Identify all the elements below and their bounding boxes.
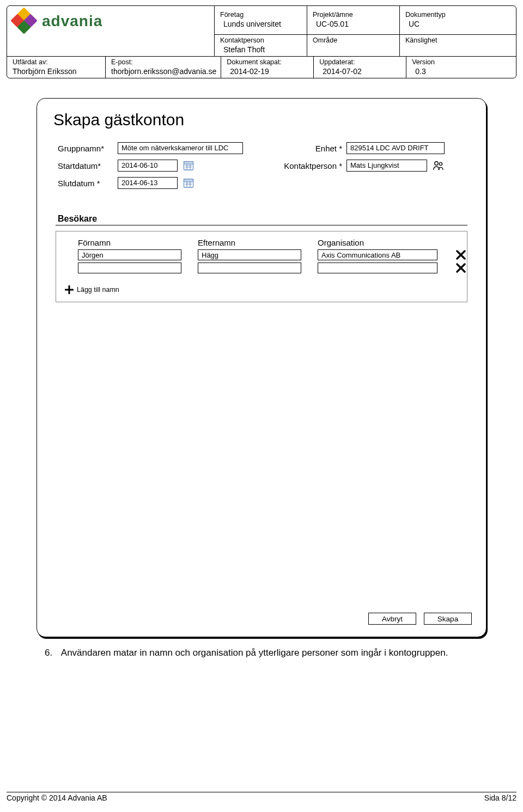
delete-row-button[interactable] xyxy=(454,263,468,273)
svg-point-7 xyxy=(439,163,442,166)
enddate-label: Slutdatum * xyxy=(58,179,118,188)
step-number: 6. xyxy=(45,647,59,660)
issued-by-value: Thorbjörn Eriksson xyxy=(13,67,101,77)
version-label: Version xyxy=(412,58,512,67)
contactperson-label: Kontaktperson * xyxy=(276,161,346,170)
startdate-input[interactable]: 2014-06-10 xyxy=(118,160,178,172)
contact-value: Stefan Thoft xyxy=(220,45,302,55)
email-label: E-post: xyxy=(111,58,216,67)
email-value: thorbjorn.eriksson@advania.se xyxy=(111,67,216,77)
project-value: UC-05.01 xyxy=(313,20,395,29)
updated-value: 2014-07-02 xyxy=(319,67,402,77)
add-visitor-label: Lägg till namn xyxy=(77,286,119,294)
unit-input[interactable]: 829514 LDC AVD DRIFT xyxy=(346,142,445,154)
cancel-button[interactable]: Avbryt xyxy=(368,613,416,625)
created-label: Dokument skapat: xyxy=(227,58,309,67)
doctype-label: Dokumenttyp xyxy=(405,11,512,20)
people-picker-icon[interactable] xyxy=(433,160,445,172)
col-last-label: Efternamn xyxy=(198,238,301,247)
calendar-icon[interactable] xyxy=(183,178,194,188)
sensitivity-label: Känslighet xyxy=(405,36,512,45)
contactperson-input[interactable]: Mats Ljungkvist xyxy=(346,160,427,172)
doctype-cell: Dokumenttyp UC xyxy=(399,6,516,34)
delete-row-button[interactable] xyxy=(454,250,468,260)
visitors-frame: Förnamn Efternamn Organisation Jörgen Hä… xyxy=(56,231,467,302)
svg-point-6 xyxy=(435,162,438,165)
area-label: Område xyxy=(313,36,395,45)
document-header: advania Företag Lunds universitet Projek… xyxy=(7,5,516,78)
area-cell: Område xyxy=(307,34,399,56)
updated-cell: Uppdaterat: 2014-07-02 xyxy=(313,56,406,78)
company-value: Lunds universitet xyxy=(220,20,302,29)
step-caption: 6. Användaren matar in namn och organisa… xyxy=(7,637,516,660)
visitor-last-input[interactable] xyxy=(198,262,301,273)
page-footer: Copyright © 2014 Advania AB Sida 8/12 xyxy=(7,792,516,802)
created-cell: Dokument skapat: 2014-02-19 xyxy=(221,56,313,78)
svg-rect-1 xyxy=(184,162,193,164)
form-title: Skapa gästkonton xyxy=(53,111,471,129)
col-first-label: Förnamn xyxy=(78,238,181,247)
groupname-label: Gruppnamn* xyxy=(58,144,118,153)
logo-cell: advania xyxy=(7,6,214,34)
enddate-input[interactable]: 2014-06-13 xyxy=(118,177,178,189)
contact-label: Kontaktperson xyxy=(220,36,302,45)
footer-page: Sida 8/12 xyxy=(484,793,516,802)
create-button[interactable]: Skapa xyxy=(424,613,472,625)
project-cell: Projekt/ämne UC-05.01 xyxy=(307,6,399,34)
company-label: Företag xyxy=(220,11,302,20)
doctype-value: UC xyxy=(405,20,512,29)
visitor-org-input[interactable] xyxy=(318,262,437,273)
email-cell: E-post: thorbjorn.eriksson@advania.se xyxy=(105,56,221,78)
updated-label: Uppdaterat: xyxy=(319,58,402,67)
version-cell: Version 0.3 xyxy=(406,56,516,78)
project-label: Projekt/ämne xyxy=(313,11,395,20)
unit-label: Enhet * xyxy=(276,144,346,153)
add-visitor-button[interactable]: Lägg till namn xyxy=(65,285,459,294)
svg-rect-9 xyxy=(184,179,193,181)
calendar-icon[interactable] xyxy=(183,160,194,171)
groupname-input[interactable]: Möte om nätverkskameror till LDC xyxy=(118,142,243,154)
issued-by-cell: Utfärdat av: Thorbjörn Eriksson xyxy=(7,56,105,78)
col-org-label: Organisation xyxy=(318,238,437,247)
company-cell: Företag Lunds universitet xyxy=(214,6,307,34)
visitors-heading: Besökare xyxy=(56,214,467,225)
contact-cell: Kontaktperson Stefan Thoft xyxy=(214,34,307,56)
created-value: 2014-02-19 xyxy=(227,67,309,77)
issued-by-label: Utfärdat av: xyxy=(13,58,101,67)
step-text: Användaren matar in namn och organisatio… xyxy=(61,648,448,658)
guest-account-form: Skapa gästkonton Gruppnamn* Möte om nätv… xyxy=(37,98,486,637)
sensitivity-cell: Känslighet xyxy=(399,34,516,56)
visitor-org-input[interactable]: Axis Communications AB xyxy=(318,249,437,260)
visitor-row: Jörgen Hägg Axis Communications AB xyxy=(78,249,459,260)
visitor-row xyxy=(78,262,459,273)
visitor-first-input[interactable]: Jörgen xyxy=(78,249,181,260)
version-value: 0.3 xyxy=(412,67,512,77)
footer-copyright: Copyright © 2014 Advania AB xyxy=(7,793,107,802)
logo-text: advania xyxy=(42,11,102,30)
visitor-last-input[interactable]: Hägg xyxy=(198,249,301,260)
startdate-label: Startdatum* xyxy=(58,161,118,170)
visitor-first-input[interactable] xyxy=(78,262,181,273)
advania-logo-icon xyxy=(11,8,37,33)
